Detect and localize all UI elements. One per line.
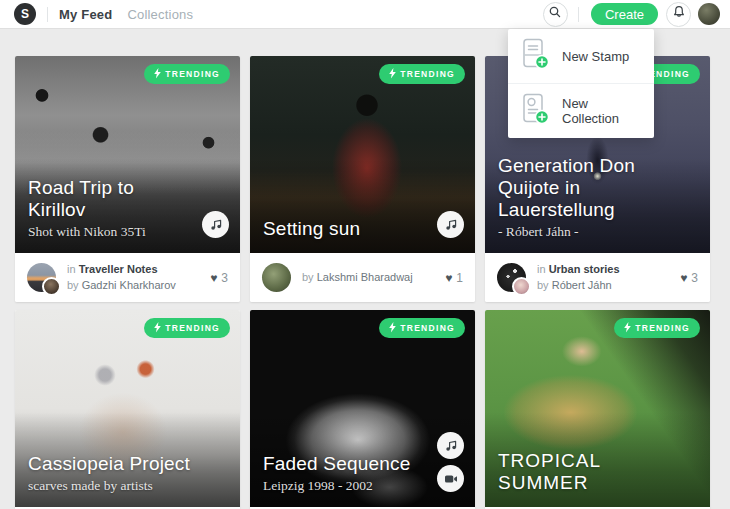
- lightning-icon: [389, 322, 396, 335]
- trending-badge: TRENDING: [144, 64, 230, 84]
- card-subtitle: Shot with Nikon 35Ti: [28, 224, 194, 240]
- in-label: in: [67, 263, 76, 275]
- trending-badge: TRENDING: [614, 318, 700, 338]
- card-meta: in Urban stories by Róbert Jáhn: [537, 262, 620, 293]
- card-photo[interactable]: TRENDING Road Trip to Kirillov Shot with…: [15, 56, 240, 253]
- card-title[interactable]: Cassiopeia Project: [28, 453, 194, 475]
- menu-item-label: New Collection: [562, 96, 641, 126]
- collection-link[interactable]: Traveller Notes: [79, 263, 158, 275]
- card-caption: TROPICAL SUMMER: [498, 450, 664, 494]
- bell-icon: [672, 5, 686, 23]
- avatar-stack[interactable]: [262, 263, 292, 293]
- stamp-card[interactable]: TRENDING Faded Sequence Leipzig 1998 - 2…: [250, 310, 475, 509]
- avatar-stack[interactable]: [497, 263, 527, 293]
- create-dropdown-menu: New Stamp New Collection: [508, 29, 654, 138]
- card-photo[interactable]: TRENDING TROPICAL SUMMER: [485, 310, 710, 507]
- nav-item-my-feed[interactable]: My Feed: [59, 7, 112, 22]
- card-subtitle: scarves made by artists: [28, 478, 194, 494]
- by-label: by: [67, 279, 79, 291]
- card-photo[interactable]: TRENDING Setting sun: [250, 56, 475, 253]
- likes-count: 1: [456, 271, 463, 285]
- author-link[interactable]: Lakshmi Bharadwaj: [317, 271, 413, 283]
- author-link[interactable]: Gadzhi Kharkharov: [82, 279, 176, 291]
- stamp-card[interactable]: TRENDING TROPICAL SUMMER: [485, 310, 710, 509]
- likes[interactable]: ♥ 3: [680, 271, 698, 285]
- divider: [47, 7, 48, 22]
- card-subtitle: Leipzig 1998 - 2002: [263, 478, 429, 494]
- stamp-card[interactable]: TRENDING Setting sun by Lakshmi Bharadwa…: [250, 56, 475, 302]
- trending-badge: TRENDING: [379, 318, 465, 338]
- trending-label: TRENDING: [400, 69, 455, 79]
- in-label: in: [537, 263, 546, 275]
- stamp-pages-icon: [202, 211, 229, 238]
- trending-label: TRENDING: [165, 323, 220, 333]
- card-meta: in Traveller Notes by Gadzhi Kharkharov: [67, 262, 176, 293]
- lightning-icon: [154, 322, 161, 335]
- stamp-pages-icon: [437, 432, 464, 459]
- card-caption: Setting sun: [263, 218, 429, 240]
- author-avatar: [42, 277, 61, 296]
- menu-item-new-stamp[interactable]: New Stamp: [508, 29, 654, 83]
- by-label: by: [302, 271, 314, 283]
- card-photo[interactable]: TRENDING Cassiopeia Project scarves made…: [15, 310, 240, 507]
- menu-item-label: New Stamp: [562, 49, 629, 64]
- card-caption: Road Trip to Kirillov Shot with Nikon 35…: [28, 177, 194, 240]
- app-logo[interactable]: S: [14, 3, 36, 25]
- search-icon: [548, 5, 562, 23]
- search-button[interactable]: [543, 2, 568, 27]
- card-footer: in Traveller Notes by Gadzhi Kharkharov …: [15, 253, 240, 302]
- likes-count: 3: [691, 271, 698, 285]
- likes[interactable]: ♥ 1: [445, 271, 463, 285]
- collection-link[interactable]: Urban stories: [549, 263, 620, 275]
- lightning-icon: [624, 322, 631, 335]
- heart-icon: ♥: [445, 272, 452, 284]
- trending-badge: TRENDING: [379, 64, 465, 84]
- new-stamp-icon: [521, 38, 550, 74]
- card-photo[interactable]: TRENDING Faded Sequence Leipzig 1998 - 2…: [250, 310, 475, 507]
- card-type-icons: [202, 211, 229, 238]
- stamp-pages-icon: [437, 211, 464, 238]
- card-footer: by Lakshmi Bharadwaj ♥ 1: [250, 253, 475, 302]
- divider: [578, 7, 579, 22]
- likes-count: 3: [221, 271, 228, 285]
- trending-badge: TRENDING: [144, 318, 230, 338]
- avatar-stack[interactable]: [27, 263, 57, 293]
- video-icon: [437, 465, 464, 492]
- card-title[interactable]: TROPICAL SUMMER: [498, 450, 664, 494]
- trending-label: TRENDING: [635, 323, 690, 333]
- user-avatar[interactable]: [698, 3, 720, 25]
- lightning-icon: [154, 68, 161, 81]
- navbar: S My Feed Collections Create: [0, 0, 730, 28]
- new-collection-icon: [521, 93, 550, 129]
- card-footer: in Urban stories by Róbert Jáhn ♥ 3: [485, 253, 710, 302]
- author-avatar: [262, 263, 291, 292]
- menu-item-new-collection[interactable]: New Collection: [508, 84, 654, 138]
- card-caption: Cassiopeia Project scarves made by artis…: [28, 453, 194, 494]
- card-title[interactable]: Faded Sequence: [263, 453, 429, 475]
- card-title[interactable]: Setting sun: [263, 218, 429, 240]
- card-type-icons: [437, 432, 464, 492]
- nav-item-collections[interactable]: Collections: [127, 7, 193, 22]
- lightning-icon: [389, 68, 396, 81]
- stamp-card[interactable]: TRENDING Road Trip to Kirillov Shot with…: [15, 56, 240, 302]
- heart-icon: ♥: [680, 272, 687, 284]
- card-caption: Faded Sequence Leipzig 1998 - 2002: [263, 453, 429, 494]
- trending-label: TRENDING: [400, 323, 455, 333]
- nav-actions: Create: [543, 2, 720, 27]
- create-button[interactable]: Create: [591, 3, 658, 25]
- card-caption: Generation Don Quijote in Lauerstellung …: [498, 155, 664, 240]
- by-label: by: [537, 279, 549, 291]
- stamp-card[interactable]: TRENDING Cassiopeia Project scarves made…: [15, 310, 240, 509]
- notifications-button[interactable]: [666, 2, 691, 27]
- card-meta: by Lakshmi Bharadwaj: [302, 270, 413, 285]
- likes[interactable]: ♥ 3: [210, 271, 228, 285]
- author-avatar: [512, 277, 531, 296]
- heart-icon: ♥: [210, 272, 217, 284]
- card-type-icons: [437, 211, 464, 238]
- card-subtitle: - Róbert Jáhn -: [498, 224, 664, 240]
- trending-label: TRENDING: [165, 69, 220, 79]
- author-link[interactable]: Róbert Jáhn: [552, 279, 612, 291]
- card-title[interactable]: Road Trip to Kirillov: [28, 177, 194, 221]
- card-title[interactable]: Generation Don Quijote in Lauerstellung: [498, 155, 664, 221]
